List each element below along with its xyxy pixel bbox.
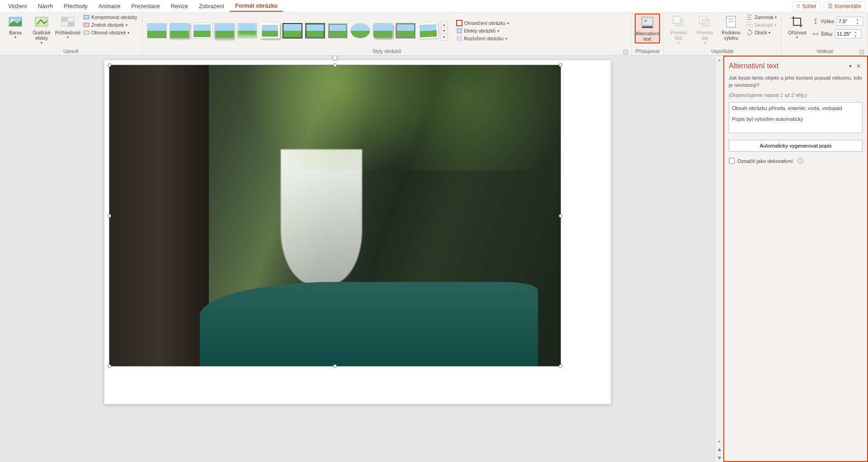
vertical-scrollbar[interactable]: ▴ ▾ ⯅ ⯆ xyxy=(715,56,723,462)
style-thumb-2[interactable] xyxy=(170,23,189,38)
share-icon: ⇧ xyxy=(796,3,801,10)
tab-view[interactable]: Zobrazení xyxy=(193,1,230,11)
group-arrange: Přenést blíž▾ Přenést dál▾ Podokno výběr… xyxy=(663,13,782,55)
alt-text-input[interactable] xyxy=(729,102,863,133)
picture-layout-button[interactable]: Rozložení obrázku ▾ xyxy=(454,35,511,42)
group-icon xyxy=(746,22,753,28)
alt-text-button[interactable]: Alternativní text xyxy=(635,14,660,43)
crop-button[interactable]: Oříznout▾ xyxy=(784,14,810,40)
chevron-down-icon: ▾ xyxy=(14,35,16,39)
rotate-handle[interactable] xyxy=(332,56,338,61)
group-arrange-label: Uspořádat xyxy=(666,48,778,54)
next-slide-icon[interactable]: ⯆ xyxy=(716,454,723,462)
resize-handle-mr[interactable] xyxy=(559,214,562,218)
resize-handle-ml[interactable] xyxy=(108,214,111,218)
style-thumb-9[interactable] xyxy=(328,23,348,38)
tab-insert[interactable]: Vložení xyxy=(3,1,33,11)
compress-icon xyxy=(83,14,90,20)
svg-rect-12 xyxy=(460,36,462,41)
compress-button[interactable]: Komprimovat obrázky xyxy=(81,14,139,21)
scroll-up-icon[interactable]: ▴ xyxy=(716,56,723,64)
svg-rect-17 xyxy=(673,16,680,24)
size-dialog-launcher[interactable]: ⤡ xyxy=(859,50,864,54)
resize-handle-tr[interactable] xyxy=(559,63,562,67)
gallery-down-icon[interactable]: ▾ xyxy=(441,28,448,34)
comment-icon: ☰ xyxy=(828,3,833,10)
svg-rect-13 xyxy=(642,17,653,25)
height-icon xyxy=(812,18,819,24)
tab-picture-format[interactable]: Formát obrázku xyxy=(230,1,283,12)
decorative-label: Označit jako dekorativní xyxy=(737,158,793,164)
border-icon xyxy=(456,20,462,26)
decorative-checkbox-row[interactable]: Označit jako dekorativní i xyxy=(729,158,863,164)
style-thumb-4[interactable] xyxy=(215,23,235,38)
group-button: Seskupit ▾ xyxy=(745,21,778,29)
resize-handle-bl[interactable] xyxy=(108,364,111,368)
slide-canvas[interactable] xyxy=(0,56,715,462)
effects-icon xyxy=(456,28,462,34)
picture-effects-button[interactable]: Efekty obrázků ▾ xyxy=(454,27,511,34)
pane-options-button[interactable]: ▾ xyxy=(846,62,854,70)
transparency-button[interactable]: Průhlednost▾ xyxy=(55,14,80,40)
svg-rect-9 xyxy=(457,20,462,26)
pane-close-button[interactable]: ✕ xyxy=(854,62,863,70)
tab-transitions[interactable]: Přechody xyxy=(58,1,93,11)
tab-review[interactable]: Revize xyxy=(165,1,193,11)
width-icon xyxy=(812,31,819,37)
style-thumb-5[interactable] xyxy=(237,23,257,38)
height-input[interactable]: ▴▾ xyxy=(837,17,863,26)
reset-picture-button[interactable]: Obnovit obrázek ▾ xyxy=(81,29,139,36)
style-thumb-12[interactable] xyxy=(396,23,415,38)
svg-rect-4 xyxy=(61,17,68,22)
align-button[interactable]: Zarovnat ▾ xyxy=(745,14,778,21)
group-size-label: Velikost⤡ xyxy=(784,48,865,54)
artistic-effects-button[interactable]: Grafické efekty▾ xyxy=(29,14,54,46)
style-thumb-3[interactable] xyxy=(192,23,212,38)
styles-dialog-launcher[interactable]: ⤡ xyxy=(623,50,628,54)
style-thumb-1[interactable] xyxy=(147,23,167,38)
style-thumb-7[interactable] xyxy=(283,23,302,38)
width-input[interactable]: ▴▾ xyxy=(835,29,861,38)
gallery-more-icon[interactable]: ▾ xyxy=(441,34,448,40)
style-thumb-8[interactable] xyxy=(305,23,325,38)
resize-handle-tm[interactable] xyxy=(333,63,337,67)
gallery-up-icon[interactable]: ▴ xyxy=(441,21,448,28)
resize-handle-tl[interactable] xyxy=(108,63,111,67)
color-button[interactable]: Barva▾ xyxy=(3,14,28,40)
comments-button[interactable]: ☰Komentáře xyxy=(824,1,865,11)
prev-slide-icon[interactable]: ⯅ xyxy=(716,446,723,454)
change-picture-button[interactable]: Změnit obrázek ▾ xyxy=(81,21,139,29)
pane-hint: (Doporučujeme napsat 1 až 2 věty.) xyxy=(729,92,863,98)
pane-title: Alternativní text xyxy=(729,62,778,70)
generate-description-button[interactable]: Automaticky vygenerovat popis xyxy=(729,140,863,152)
layout-icon xyxy=(456,35,462,42)
group-accessibility: Alternativní text Přístupnost xyxy=(632,13,663,55)
style-thumb-10[interactable] xyxy=(350,23,370,38)
picture-border-button[interactable]: Ohraničení obrázku ▾ xyxy=(454,19,511,27)
selection-pane-button[interactable]: Podokno výběru xyxy=(718,14,744,42)
style-gallery: ▴ ▾ ▾ xyxy=(145,19,450,43)
selected-image[interactable] xyxy=(109,65,561,367)
tab-slideshow[interactable]: Prezentace xyxy=(126,1,165,11)
decorative-checkbox[interactable] xyxy=(729,158,735,164)
tab-design[interactable]: Návrh xyxy=(33,1,58,11)
waterfall-image xyxy=(109,65,561,366)
resize-handle-br[interactable] xyxy=(559,364,562,368)
send-backward-button: Přenést dál▾ xyxy=(692,14,717,46)
ribbon: Barva▾ Grafické efekty▾ Průhlednost▾ Kom… xyxy=(0,13,868,56)
scroll-down-icon[interactable]: ▾ xyxy=(716,438,723,446)
resize-handle-bm[interactable] xyxy=(333,364,337,368)
style-thumb-6[interactable] xyxy=(260,23,280,38)
rotate-icon xyxy=(746,29,753,36)
info-icon[interactable]: i xyxy=(797,158,803,164)
share-button[interactable]: ⇧Sdílet xyxy=(792,1,821,11)
rotate-button[interactable]: Otočit ▾ xyxy=(745,29,778,36)
reset-icon xyxy=(83,29,90,36)
ribbon-tabs: Vložení Návrh Přechody Animace Prezentac… xyxy=(0,0,868,13)
svg-rect-19 xyxy=(702,19,709,26)
tab-animations[interactable]: Animace xyxy=(93,1,126,11)
style-thumb-11[interactable] xyxy=(373,23,393,38)
svg-rect-8 xyxy=(84,31,89,34)
style-thumb-13[interactable] xyxy=(418,23,439,39)
gallery-nav: ▴ ▾ ▾ xyxy=(441,21,448,41)
